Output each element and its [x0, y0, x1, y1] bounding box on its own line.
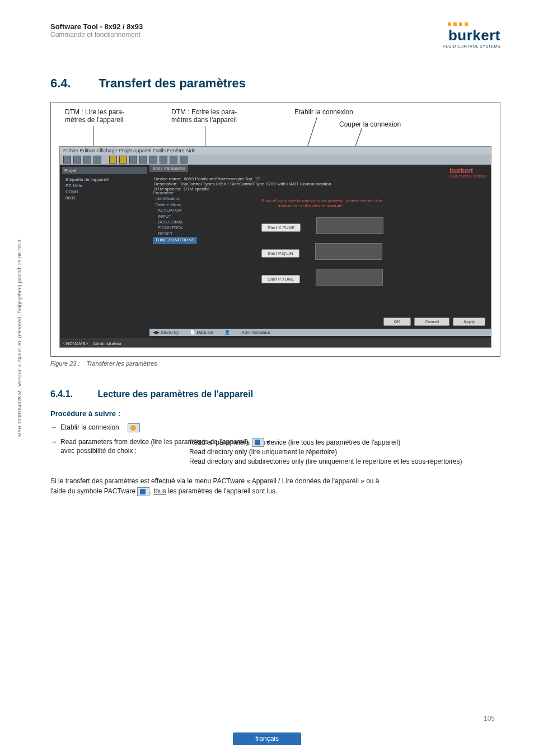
arrow-icon: →: [50, 423, 57, 431]
language-tab: français: [233, 732, 301, 745]
ss-main-panel: 8693 Paramètre burkert FLUID CONTROL SYS…: [149, 165, 491, 338]
burkert-logo: burkert FLUID CONTROL SYSTEMS: [443, 22, 500, 48]
ss-cancel-button: Cancel: [414, 318, 449, 326]
read-params-icon: [109, 156, 117, 164]
logo-name: burkert: [443, 27, 500, 44]
ss-project-tree: Projet Etiquette de l'appareil PC Hôte C…: [60, 165, 149, 338]
write-params-icon: [119, 156, 127, 164]
pactware-inline-icon: [137, 487, 149, 496]
section-title: Transfert des paramètres: [99, 76, 246, 90]
subsection-number: 6.4.1.: [50, 389, 95, 399]
subsection-heading: 6.4.1. Lecture des paramètres de l'appar…: [50, 389, 500, 399]
page-number: 105: [484, 715, 495, 722]
step-connect: → Etablir la connexion: [50, 423, 500, 432]
callout-disconnect: Couper la connexion: [339, 120, 401, 128]
connect-inline-icon: [128, 423, 140, 432]
disconnect-icon: [180, 156, 188, 164]
connect-icon: [170, 156, 177, 164]
section-number: 6.4.: [50, 76, 95, 91]
section-heading: 6.4. Transfert des paramètres: [50, 76, 500, 91]
pactware-screenshot: Fichier Edition Affichage Projet Apparei…: [59, 146, 491, 348]
subsection-title: Lecture des paramètres de l'appareil: [97, 389, 253, 399]
procedure-heading: Procédure à suivre :: [50, 409, 500, 418]
ss-toolbar: [60, 155, 491, 165]
callout-write-params: DTM : Ecrire les para-mètres dans l'appa…: [171, 108, 237, 124]
callout-connect: Etablir la connexion: [294, 108, 353, 116]
header-subtitle: Commande et fonctionnement: [50, 31, 143, 39]
read-params-inline-icon: [252, 438, 264, 447]
note-paragraph: Si le transfert des paramètres est effec…: [50, 476, 500, 496]
figure-23-container: DTM : Lire les para-mètres de l'appareil…: [50, 102, 500, 357]
read-choices: Read all parameters from device (lire to…: [189, 438, 500, 466]
ss-apply-button: Apply: [453, 318, 485, 326]
ss-ok-button: OK: [383, 318, 411, 326]
header-title: Software Tool - 8x92 / 8x93: [50, 22, 143, 31]
figure-caption: Figure 23 : Transférer les paramètres: [50, 360, 500, 367]
ss-menubar: Fichier Edition Affichage Projet Apparei…: [60, 147, 491, 155]
side-meta-text: MAN 1000184628 ML Version: A Status: RL …: [17, 240, 22, 437]
page-header: Software Tool - 8x92 / 8x93 Commande et …: [50, 22, 500, 48]
arrow-icon: →: [50, 438, 57, 446]
callout-read-params: DTM : Lire les para-mètres de l'appareil: [65, 108, 124, 124]
logo-tagline: FLUID CONTROL SYSTEMS: [443, 44, 500, 48]
